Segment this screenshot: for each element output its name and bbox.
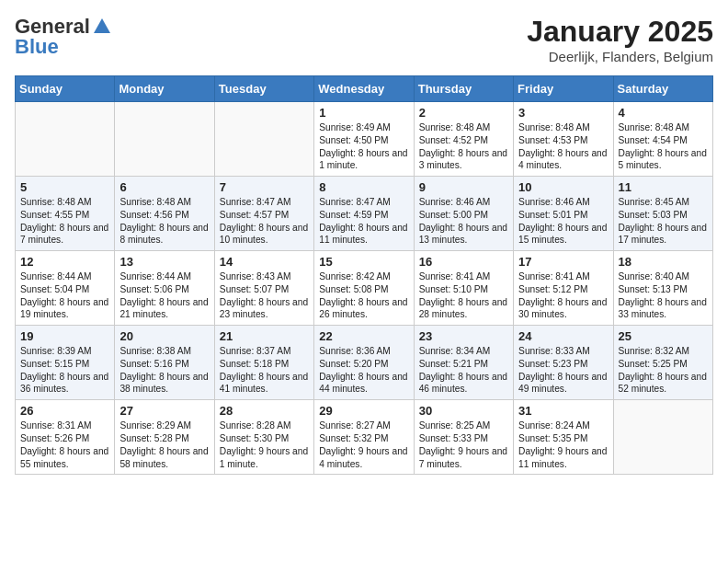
- cell-content-line: Sunrise: 8:47 AM: [319, 196, 408, 209]
- calendar-cell: 31Sunrise: 8:24 AMSunset: 5:35 PMDayligh…: [514, 400, 613, 475]
- cell-content-line: Daylight: 8 hours and 15 minutes.: [518, 222, 608, 247]
- day-number: 22: [319, 329, 408, 343]
- weekday-header-saturday: Saturday: [613, 76, 712, 102]
- day-number: 8: [319, 180, 408, 194]
- day-number: 7: [220, 180, 309, 194]
- calendar-cell: 21Sunrise: 8:37 AMSunset: 5:18 PMDayligh…: [214, 326, 313, 400]
- cell-content-line: Sunrise: 8:43 AM: [220, 270, 309, 283]
- cell-content-line: Sunrise: 8:41 AM: [518, 270, 608, 283]
- day-number: 1: [319, 106, 408, 120]
- calendar-cell: 28Sunrise: 8:28 AMSunset: 5:30 PMDayligh…: [214, 400, 313, 475]
- cell-content-line: Sunrise: 8:48 AM: [119, 196, 209, 209]
- cell-content-line: Sunset: 5:30 PM: [220, 432, 309, 445]
- cell-content-line: Sunrise: 8:36 AM: [319, 345, 408, 358]
- calendar-cell: 18Sunrise: 8:40 AMSunset: 5:13 PMDayligh…: [613, 251, 712, 326]
- day-number: 27: [119, 404, 209, 418]
- cell-content-line: Daylight: 8 hours and 49 minutes.: [518, 371, 608, 396]
- calendar-cell: 1Sunrise: 8:49 AMSunset: 4:50 PMDaylight…: [314, 102, 414, 177]
- cell-content-line: Daylight: 8 hours and 26 minutes.: [319, 296, 408, 322]
- cell-content-line: Sunrise: 8:31 AM: [20, 419, 109, 432]
- cell-content-line: Daylight: 8 hours and 28 minutes.: [419, 296, 508, 322]
- cell-content-line: Sunrise: 8:33 AM: [518, 345, 608, 358]
- cell-content-line: Daylight: 8 hours and 1 minute.: [319, 147, 408, 173]
- calendar-cell: 4Sunrise: 8:48 AMSunset: 4:54 PMDaylight…: [613, 102, 712, 177]
- calendar-cell: 6Sunrise: 8:48 AMSunset: 4:56 PMDaylight…: [115, 177, 214, 251]
- calendar-cell: 22Sunrise: 8:36 AMSunset: 5:20 PMDayligh…: [314, 326, 414, 400]
- day-number: 5: [20, 180, 109, 194]
- calendar-cell: 25Sunrise: 8:32 AMSunset: 5:25 PMDayligh…: [613, 326, 712, 400]
- cell-content-line: Sunrise: 8:47 AM: [220, 196, 309, 209]
- day-number: 25: [619, 329, 708, 343]
- cell-content-line: Daylight: 8 hours and 38 minutes.: [119, 371, 209, 396]
- day-number: 18: [619, 255, 708, 269]
- calendar-cell: 12Sunrise: 8:44 AMSunset: 5:04 PMDayligh…: [16, 251, 115, 326]
- cell-content-line: Sunset: 5:26 PM: [20, 432, 109, 445]
- cell-content-line: Sunset: 4:53 PM: [518, 134, 608, 147]
- cell-content-line: Sunrise: 8:28 AM: [220, 419, 309, 432]
- weekday-header-tuesday: Tuesday: [214, 76, 313, 102]
- cell-content-line: Sunset: 5:07 PM: [220, 283, 309, 296]
- cell-content-line: Daylight: 9 hours and 11 minutes.: [518, 445, 608, 471]
- cell-content-line: Sunset: 5:04 PM: [20, 283, 109, 296]
- cell-content-line: Sunrise: 8:45 AM: [619, 196, 708, 209]
- day-number: 19: [20, 329, 109, 343]
- cell-content-line: Sunrise: 8:48 AM: [20, 196, 109, 209]
- cell-content-line: Sunset: 4:50 PM: [319, 134, 408, 147]
- cell-content-line: Sunset: 4:56 PM: [119, 209, 209, 222]
- cell-content-line: Daylight: 8 hours and 30 minutes.: [518, 296, 608, 322]
- calendar-cell: 26Sunrise: 8:31 AMSunset: 5:26 PMDayligh…: [16, 400, 115, 475]
- calendar-week-row: 19Sunrise: 8:39 AMSunset: 5:15 PMDayligh…: [16, 326, 713, 400]
- cell-content-line: Sunset: 5:10 PM: [419, 283, 508, 296]
- cell-content-line: Sunrise: 8:25 AM: [419, 419, 508, 432]
- day-number: 31: [518, 404, 608, 418]
- cell-content-line: Sunset: 5:25 PM: [619, 358, 708, 371]
- cell-content-line: Sunrise: 8:38 AM: [119, 345, 209, 358]
- cell-content-line: Sunset: 5:23 PM: [518, 358, 608, 371]
- cell-content-line: Sunset: 4:57 PM: [220, 209, 309, 222]
- calendar-cell: [613, 400, 712, 475]
- logo: General Blue: [15, 15, 112, 59]
- cell-content-line: Sunrise: 8:48 AM: [518, 121, 608, 134]
- day-number: 14: [220, 255, 309, 269]
- calendar-week-row: 26Sunrise: 8:31 AMSunset: 5:26 PMDayligh…: [16, 400, 713, 475]
- cell-content-line: Daylight: 8 hours and 21 minutes.: [119, 296, 209, 322]
- day-number: 11: [619, 180, 708, 194]
- cell-content-line: Daylight: 8 hours and 19 minutes.: [20, 296, 109, 322]
- day-number: 20: [119, 329, 209, 343]
- calendar-cell: 10Sunrise: 8:46 AMSunset: 5:01 PMDayligh…: [514, 177, 613, 251]
- cell-content-line: Sunrise: 8:34 AM: [419, 345, 508, 358]
- cell-content-line: Sunrise: 8:24 AM: [518, 419, 608, 432]
- cell-content-line: Sunrise: 8:40 AM: [619, 270, 708, 283]
- cell-content-line: Sunset: 5:03 PM: [619, 209, 708, 222]
- cell-content-line: Daylight: 8 hours and 8 minutes.: [119, 222, 209, 247]
- cell-content-line: Daylight: 8 hours and 17 minutes.: [619, 222, 708, 247]
- cell-content-line: Daylight: 8 hours and 13 minutes.: [419, 222, 508, 247]
- calendar-cell: 11Sunrise: 8:45 AMSunset: 5:03 PMDayligh…: [613, 177, 712, 251]
- cell-content-line: Sunrise: 8:37 AM: [220, 345, 309, 358]
- day-number: 3: [518, 106, 608, 120]
- day-number: 21: [220, 329, 309, 343]
- page-header: General Blue January 2025 Deerlijk, Flan…: [15, 15, 713, 64]
- cell-content-line: Sunset: 5:21 PM: [419, 358, 508, 371]
- location-text: Deerlijk, Flanders, Belgium: [527, 49, 713, 64]
- calendar-cell: 24Sunrise: 8:33 AMSunset: 5:23 PMDayligh…: [514, 326, 613, 400]
- calendar-cell: 27Sunrise: 8:29 AMSunset: 5:28 PMDayligh…: [115, 400, 214, 475]
- cell-content-line: Sunrise: 8:29 AM: [119, 419, 209, 432]
- month-title: January 2025: [527, 15, 713, 49]
- cell-content-line: Daylight: 8 hours and 11 minutes.: [319, 222, 408, 247]
- cell-content-line: Sunrise: 8:44 AM: [20, 270, 109, 283]
- cell-content-line: Daylight: 8 hours and 33 minutes.: [619, 296, 708, 322]
- day-number: 16: [419, 255, 508, 269]
- logo-blue-text: Blue: [15, 35, 59, 59]
- day-number: 24: [518, 329, 608, 343]
- calendar-cell: 3Sunrise: 8:48 AMSunset: 4:53 PMDaylight…: [514, 102, 613, 177]
- calendar-week-row: 12Sunrise: 8:44 AMSunset: 5:04 PMDayligh…: [16, 251, 713, 326]
- calendar-cell: 30Sunrise: 8:25 AMSunset: 5:33 PMDayligh…: [414, 400, 513, 475]
- cell-content-line: Daylight: 8 hours and 3 minutes.: [419, 147, 508, 173]
- cell-content-line: Daylight: 8 hours and 10 minutes.: [220, 222, 309, 247]
- calendar-cell: 19Sunrise: 8:39 AMSunset: 5:15 PMDayligh…: [16, 326, 115, 400]
- cell-content-line: Sunset: 5:06 PM: [119, 283, 209, 296]
- day-number: 26: [20, 404, 109, 418]
- calendar-cell: 16Sunrise: 8:41 AMSunset: 5:10 PMDayligh…: [414, 251, 513, 326]
- calendar-cell: 2Sunrise: 8:48 AMSunset: 4:52 PMDaylight…: [414, 102, 513, 177]
